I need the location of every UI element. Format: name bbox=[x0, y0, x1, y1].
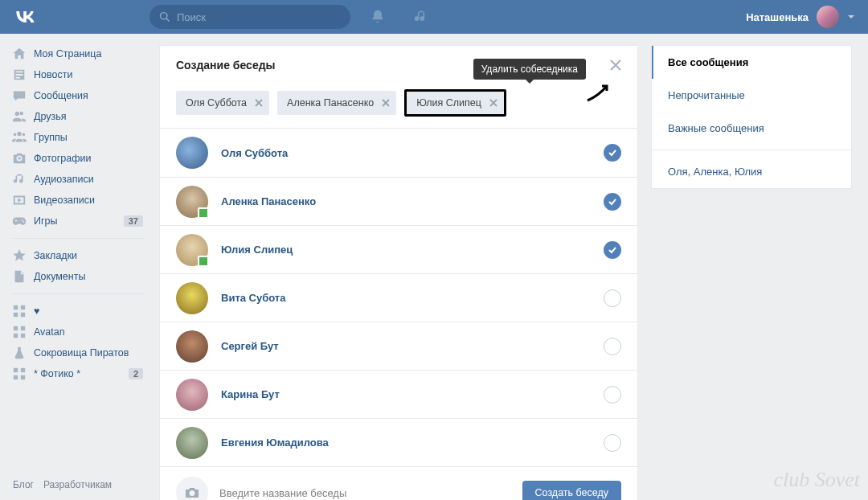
filter-unread[interactable]: Непрочитанные bbox=[652, 79, 851, 112]
nav-photos[interactable]: Фотографии bbox=[5, 148, 148, 169]
friend-row[interactable]: Вита Субота bbox=[160, 273, 637, 322]
svg-rect-10 bbox=[14, 375, 18, 379]
avatar bbox=[176, 330, 208, 363]
chip-alenka[interactable]: Аленка Панасенко bbox=[277, 91, 396, 115]
app-icon bbox=[12, 304, 27, 318]
chip-remove-icon[interactable] bbox=[489, 99, 497, 107]
nav-groups[interactable]: Группы bbox=[5, 127, 148, 148]
nav-audio[interactable]: Аудиозаписи bbox=[5, 169, 148, 190]
check-on-icon bbox=[604, 144, 621, 162]
nav-friends[interactable]: Друзья bbox=[5, 106, 148, 127]
groups-icon bbox=[12, 130, 27, 145]
chat-photo-button[interactable] bbox=[176, 477, 208, 500]
selected-chips: Удалить собеседника Оля Суббота Аленка П… bbox=[160, 84, 637, 129]
top-header: Поиск Наташенька bbox=[0, 0, 868, 34]
footer-blog[interactable]: Блог bbox=[13, 479, 34, 490]
avatar bbox=[176, 137, 208, 169]
nav-messages[interactable]: Сообщения bbox=[5, 85, 148, 106]
close-icon[interactable] bbox=[610, 59, 621, 71]
check-off-icon bbox=[604, 338, 621, 355]
svg-rect-7 bbox=[21, 334, 25, 338]
audio-icon bbox=[12, 172, 27, 186]
svg-rect-5 bbox=[21, 326, 25, 330]
check-on-icon bbox=[604, 241, 621, 259]
check-off-icon bbox=[604, 386, 621, 404]
nav-my-page[interactable]: Моя Страница bbox=[5, 43, 148, 64]
check-off-icon bbox=[604, 434, 621, 452]
friend-row[interactable]: Сергей Бут bbox=[160, 322, 637, 370]
nav-app-avatan[interactable]: Avatan bbox=[5, 322, 148, 342]
messages-filter-panel: Все сообщения Непрочитанные Важные сообщ… bbox=[651, 45, 852, 189]
create-chat-panel: Создание беседы Удалить собеседника Оля … bbox=[159, 45, 638, 500]
svg-rect-4 bbox=[14, 326, 18, 330]
filter-important[interactable]: Важные сообщения bbox=[652, 112, 851, 145]
avatar bbox=[176, 379, 208, 411]
notifications-icon[interactable] bbox=[370, 9, 386, 25]
chip-yulia[interactable]: Юлия Слипец bbox=[404, 89, 506, 117]
news-icon bbox=[12, 68, 27, 82]
app-icon bbox=[12, 367, 27, 381]
document-icon bbox=[12, 269, 27, 284]
left-sidebar: Моя Страница Новости Сообщения Друзья Гр… bbox=[5, 34, 148, 500]
video-icon bbox=[12, 193, 27, 207]
search-input[interactable]: Поиск bbox=[149, 5, 350, 29]
chip-remove-icon[interactable] bbox=[382, 99, 390, 107]
camera-icon bbox=[184, 485, 200, 500]
friend-row[interactable]: Аленка Панасенко bbox=[160, 177, 637, 225]
check-off-icon bbox=[604, 289, 621, 307]
music-icon[interactable] bbox=[413, 9, 429, 25]
fotiko-badge: 2 bbox=[129, 368, 143, 379]
avatar bbox=[176, 234, 208, 266]
create-chat-button[interactable]: Создать беседу bbox=[522, 481, 621, 500]
nav-documents[interactable]: Документы bbox=[5, 266, 148, 287]
dialog-title: Создание беседы bbox=[176, 59, 276, 72]
nav-video[interactable]: Видеозаписи bbox=[5, 190, 148, 211]
home-icon bbox=[12, 47, 27, 61]
chip-olya[interactable]: Оля Суббота bbox=[176, 91, 269, 115]
friend-row[interactable]: Юлия Слипец bbox=[160, 225, 637, 273]
svg-rect-9 bbox=[21, 368, 25, 372]
svg-rect-8 bbox=[14, 368, 18, 372]
nav-app-heart[interactable]: ♥ bbox=[5, 301, 148, 322]
games-badge: 37 bbox=[124, 215, 143, 227]
user-avatar bbox=[817, 6, 839, 28]
annotation-arrow bbox=[584, 81, 613, 106]
user-menu[interactable]: Наташенька bbox=[746, 6, 855, 28]
svg-rect-1 bbox=[21, 305, 25, 309]
camera-icon bbox=[12, 151, 27, 166]
recent-chat[interactable]: Оля, Аленка, Юлия bbox=[652, 155, 851, 188]
footer-dev[interactable]: Разработчикам bbox=[43, 479, 112, 490]
search-placeholder: Поиск bbox=[177, 11, 206, 23]
chat-name-input[interactable] bbox=[219, 487, 511, 499]
friends-list: Оля Суббота Аленка Панасенко Юлия Слипец… bbox=[160, 129, 637, 466]
chevron-down-icon bbox=[847, 13, 855, 21]
vk-logo[interactable] bbox=[13, 5, 37, 29]
nav-app-fotiko[interactable]: * Фотико *2 bbox=[5, 363, 148, 384]
avatar bbox=[176, 186, 208, 218]
check-on-icon bbox=[604, 193, 621, 211]
friends-icon bbox=[12, 109, 27, 124]
flask-icon bbox=[12, 346, 27, 360]
messages-icon bbox=[12, 88, 27, 103]
games-icon bbox=[12, 214, 27, 228]
star-icon bbox=[12, 248, 27, 263]
svg-rect-6 bbox=[14, 334, 18, 338]
username: Наташенька bbox=[746, 11, 809, 23]
svg-rect-0 bbox=[14, 305, 18, 309]
nav-news[interactable]: Новости bbox=[5, 64, 148, 85]
filter-all[interactable]: Все сообщения bbox=[652, 46, 851, 79]
chip-remove-icon[interactable] bbox=[255, 99, 263, 107]
avatar bbox=[176, 282, 208, 314]
footer-links: Блог Разработчикам bbox=[6, 473, 118, 497]
app-icon bbox=[12, 325, 27, 339]
avatar bbox=[176, 427, 208, 459]
friend-row[interactable]: Карина Бут bbox=[160, 370, 637, 418]
tooltip-remove: Удалить собеседника bbox=[473, 59, 586, 80]
nav-app-treasures[interactable]: Сокровища Пиратов bbox=[5, 342, 148, 363]
search-icon bbox=[159, 11, 170, 23]
svg-rect-3 bbox=[21, 313, 25, 317]
nav-bookmarks[interactable]: Закладки bbox=[5, 245, 148, 266]
nav-games[interactable]: Игры37 bbox=[5, 211, 148, 232]
friend-row[interactable]: Оля Суббота bbox=[160, 129, 637, 177]
friend-row[interactable]: Евгения Юмадилова bbox=[160, 418, 637, 466]
